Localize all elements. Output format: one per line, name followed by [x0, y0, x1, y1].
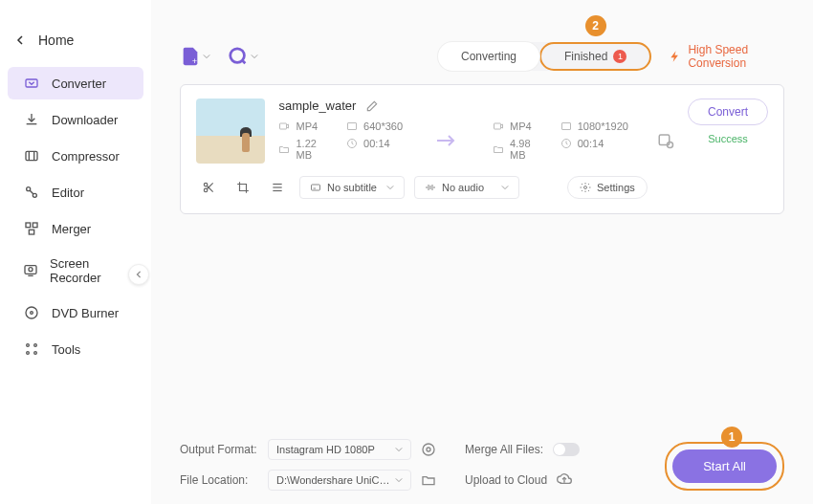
svg-rect-20 [25, 266, 36, 274]
tab-label: Converting [461, 50, 516, 63]
svg-line-16 [30, 190, 33, 194]
tab-finished[interactable]: 2 Finished 1 [541, 44, 649, 69]
finished-callout-border: 2 Finished 1 [539, 42, 651, 71]
start-all-button[interactable]: Start All [672, 449, 777, 483]
format-settings-icon[interactable] [421, 442, 436, 457]
file-location-select[interactable]: D:\Wondershare UniConverter 1 [268, 470, 411, 491]
file-title: sample_water [278, 99, 356, 113]
svg-point-26 [34, 344, 37, 347]
status-tabs: Converting 2 Finished 1 [438, 42, 651, 71]
svg-point-57 [427, 448, 430, 451]
edit-icon[interactable] [365, 99, 379, 113]
sidebar: Home Converter Downloader Compressor Edi… [0, 0, 151, 504]
file-location-label: File Location: [180, 473, 258, 487]
add-url-icon [228, 46, 249, 67]
chevron-down-icon [395, 446, 403, 453]
svg-point-28 [34, 352, 37, 355]
chevron-left-icon [135, 271, 143, 278]
svg-marker-37 [501, 124, 503, 128]
cloud-upload-icon[interactable] [557, 472, 572, 488]
sidebar-collapse-handle[interactable] [128, 264, 149, 285]
svg-line-31 [243, 61, 246, 64]
chevron-down-icon [386, 184, 394, 191]
svg-point-56 [584, 186, 587, 189]
file-location-value: D:\Wondershare UniConverter 1 [276, 474, 395, 486]
hsc-label: High Speed Conversion [688, 43, 784, 70]
chevron-down-icon [251, 53, 258, 60]
dst-res: 1080*1920 [578, 121, 628, 132]
sidebar-item-compressor[interactable]: Compressor [8, 140, 143, 172]
subtitle-select[interactable]: No subtitle [299, 176, 405, 199]
merger-icon [23, 220, 40, 237]
sidebar-item-screen-recorder[interactable]: Screen Recorder [8, 249, 143, 293]
callout-badge-1: 1 [721, 427, 742, 448]
output-settings-icon[interactable] [657, 132, 674, 149]
resolution-icon [346, 121, 358, 132]
finished-count-badge: 1 [613, 50, 626, 63]
svg-point-23 [26, 307, 37, 318]
open-folder-icon[interactable] [421, 472, 436, 488]
clock-icon [346, 138, 358, 149]
sidebar-item-tools[interactable]: Tools [8, 333, 143, 365]
video-thumbnail[interactable] [196, 99, 265, 164]
sidebar-item-editor[interactable]: Editor [8, 176, 143, 208]
add-file-button[interactable]: + [180, 46, 210, 67]
sidebar-item-dvd-burner[interactable]: DVD Burner [8, 296, 143, 329]
sidebar-item-label: Downloader [52, 113, 118, 127]
footer: Output Format: Instagram HD 1080P Merge … [180, 439, 784, 491]
compressor-icon [23, 147, 40, 164]
svg-text:+: + [192, 56, 197, 66]
tab-label: Finished [564, 50, 607, 63]
src-format: MP4 [296, 121, 318, 132]
dvd-icon [23, 304, 40, 321]
svg-rect-38 [561, 123, 570, 130]
add-url-button[interactable] [228, 46, 258, 67]
svg-point-24 [31, 312, 33, 315]
editor-icon [23, 184, 40, 201]
sidebar-item-label: Tools [52, 342, 80, 357]
converter-icon [23, 75, 40, 92]
crop-button[interactable] [231, 175, 255, 200]
video-icon [278, 121, 290, 132]
home-label: Home [38, 33, 74, 48]
home-nav[interactable]: Home [0, 23, 151, 57]
sidebar-item-converter[interactable]: Converter [8, 67, 143, 99]
svg-rect-19 [29, 230, 33, 234]
file-settings-button[interactable]: Settings [567, 176, 648, 199]
svg-rect-32 [280, 123, 287, 129]
svg-rect-17 [26, 223, 31, 228]
sidebar-item-merger[interactable]: Merger [8, 212, 143, 245]
svg-point-21 [29, 268, 33, 272]
effects-button[interactable] [265, 175, 290, 200]
tools-icon [23, 340, 40, 358]
convert-button[interactable]: Convert [688, 99, 768, 125]
video-icon [493, 121, 504, 132]
chevron-down-icon [501, 184, 509, 191]
folder-icon [493, 143, 504, 155]
svg-point-25 [27, 344, 30, 347]
dst-duration: 00:14 [578, 138, 604, 149]
lightning-icon [669, 50, 682, 63]
output-format-label: Output Format: [180, 443, 258, 456]
sidebar-item-downloader[interactable]: Downloader [8, 103, 143, 136]
svg-point-30 [231, 49, 245, 63]
chevron-left-icon [15, 35, 25, 45]
subtitle-icon [310, 182, 321, 193]
svg-rect-18 [33, 223, 37, 228]
clock-icon [560, 138, 572, 149]
sidebar-item-label: DVD Burner [52, 306, 119, 320]
tab-converting[interactable]: Converting [438, 42, 539, 71]
merge-label: Merge All Files: [465, 443, 543, 456]
src-duration: 00:14 [363, 138, 390, 149]
trim-button[interactable] [196, 175, 221, 200]
callout-badge-2: 2 [585, 15, 606, 36]
start-all-callout-border: 1 Start All [665, 442, 784, 491]
audio-select[interactable]: No audio [414, 176, 519, 199]
sidebar-item-label: Editor [52, 186, 84, 200]
subtitle-value: No subtitle [327, 182, 377, 193]
output-format-select[interactable]: Instagram HD 1080P [268, 439, 411, 460]
output-format-value: Instagram HD 1080P [276, 444, 375, 455]
high-speed-conversion-toggle[interactable]: High Speed Conversion [669, 43, 784, 70]
svg-rect-36 [494, 123, 501, 129]
merge-toggle[interactable] [553, 443, 580, 456]
